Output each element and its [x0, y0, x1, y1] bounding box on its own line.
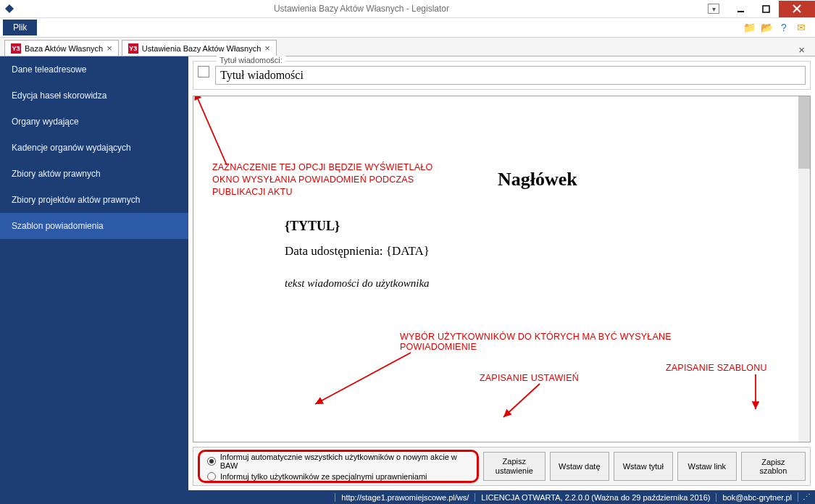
minimize-button[interactable]	[728, 1, 753, 17]
settings-sidebar: Dane teleadresowe Edycja haseł skorowidz…	[0, 56, 188, 490]
editor-data-row: Data udostępnienia: {DATA}	[285, 244, 785, 259]
window-title: Ustawienia Bazy Aktów Własnych - Legisla…	[15, 4, 708, 14]
radio-label: Informuj automatycznie wszystkich użytko…	[220, 453, 469, 470]
annotation-top: ZAZNACZENIE TEJ OPCJI BĘDZIE WYŚWIETLAŁO…	[212, 161, 495, 198]
tabstrip-close-icon[interactable]: ×	[798, 43, 815, 56]
sidebar-item-hasla[interactable]: Edycja haseł skorowidza	[0, 83, 188, 109]
resize-grip-icon[interactable]: ⋰	[798, 492, 815, 502]
content-panel: Tytuł wiadomości: ZAZNACZENIE TEJ OPCJI …	[188, 56, 815, 490]
bottom-toolbar: Informuj automatycznie wszystkich użytko…	[193, 447, 811, 486]
notify-users-radiogroup: Informuj automatycznie wszystkich użytko…	[198, 450, 479, 483]
save-settings-button[interactable]: Zapisz ustawienie	[483, 452, 546, 481]
editor-header: Nagłówek	[498, 169, 577, 190]
radio-notify-special[interactable]	[207, 472, 216, 481]
status-bar: http://stage1.prawomiejscowe.pl/ws/ LICE…	[0, 490, 815, 504]
show-window-checkbox[interactable]	[198, 66, 209, 77]
editor-area[interactable]: ZAZNACZENIE TEJ OPCJI BĘDZIE WYŚWIETLAŁO…	[193, 96, 811, 442]
tab-ustawienia[interactable]: Y3 Ustawienia Bazy Aktów Własnych ×	[122, 40, 277, 56]
status-url: http://stage1.prawomiejscowe.pl/ws/	[335, 493, 475, 502]
tab-baza-aktow[interactable]: Y3 Baza Aktów Własnych ×	[4, 40, 119, 56]
menu-plik[interactable]: Plik	[3, 20, 37, 35]
svg-line-7	[503, 384, 540, 417]
help-icon[interactable]: ?	[777, 21, 790, 34]
editor-text-row: tekst wiadomości do użytkownika	[285, 277, 785, 290]
svg-line-6	[315, 353, 411, 404]
sidebar-item-teleadresowe[interactable]: Dane teleadresowe	[0, 56, 188, 83]
annotation-arrow-save-settings	[496, 382, 547, 426]
radio-label: Informuj tylko użytkowników ze specjalny…	[220, 472, 427, 481]
sidebar-item-organy[interactable]: Organy wydające	[0, 109, 188, 135]
annotation-save-template: ZAPISANIE SZABLONU	[666, 363, 767, 373]
document-tabs: Y3 Baza Aktów Własnych × Y3 Ustawienia B…	[0, 38, 815, 56]
title-legend: Tytuł wiadomości:	[217, 56, 285, 64]
svg-marker-0	[5, 4, 14, 13]
radio-notify-all[interactable]	[207, 457, 216, 466]
sidebar-item-kadencje[interactable]: Kadencje organów wydających	[0, 135, 188, 161]
menu-bar: Plik 📁 📂 ? ✉	[0, 18, 815, 38]
annotation-save-settings: ZAPISANIE USTAWIEŃ	[480, 373, 579, 383]
close-button[interactable]	[779, 1, 815, 17]
toolbar-icon-2[interactable]: 📂	[760, 21, 773, 34]
title-fieldset: Tytuł wiadomości:	[193, 61, 811, 90]
tab-icon: Y3	[128, 43, 138, 54]
mail-icon[interactable]: ✉	[795, 21, 808, 34]
insert-title-button[interactable]: Wstaw tytuł	[614, 452, 673, 481]
tab-close-icon[interactable]: ×	[106, 43, 112, 53]
maximize-button[interactable]	[753, 1, 779, 17]
sidebar-item-szablon[interactable]: Szablon powiadomienia	[0, 213, 188, 239]
editor-tytul-placeholder: {TYTUL}	[285, 219, 785, 234]
annotation-arrow-users	[302, 350, 447, 415]
save-template-button[interactable]: Zapisz szablon	[741, 452, 806, 481]
ribbon-toggle-icon[interactable]: ▾	[708, 4, 719, 14]
title-input[interactable]	[215, 66, 806, 85]
insert-link-button[interactable]: Wstaw link	[677, 452, 737, 481]
app-logo-icon	[4, 3, 15, 14]
svg-rect-2	[763, 6, 769, 12]
sidebar-item-zbiory-projektow[interactable]: Zbiory projektów aktów prawnych	[0, 187, 188, 213]
status-email: bok@abc-grytner.pl	[716, 493, 798, 502]
annotation-users: WYBÓR UŻYTKOWNIKÓW DO KTÓRYCH MA BYĆ WYS…	[400, 332, 672, 352]
tab-icon: Y3	[11, 43, 21, 54]
annotation-arrow-save-template	[741, 373, 770, 415]
toolbar-icon-1[interactable]: 📁	[743, 21, 756, 34]
sidebar-item-zbiory-aktow[interactable]: Zbiory aktów prawnych	[0, 161, 188, 187]
tab-label: Baza Aktów Własnych	[25, 44, 103, 53]
title-bar: Ustawienia Bazy Aktów Własnych - Legisla…	[0, 0, 815, 18]
insert-date-button[interactable]: Wstaw datę	[550, 452, 609, 481]
tab-label: Ustawienia Bazy Aktów Własnych	[142, 44, 261, 53]
tab-close-icon[interactable]: ×	[264, 43, 270, 53]
status-license: LICENCJA OTWARTA, 2.2.0.0 (Ważna do 29 p…	[475, 493, 716, 502]
scrollbar-thumb[interactable]	[798, 96, 810, 169]
